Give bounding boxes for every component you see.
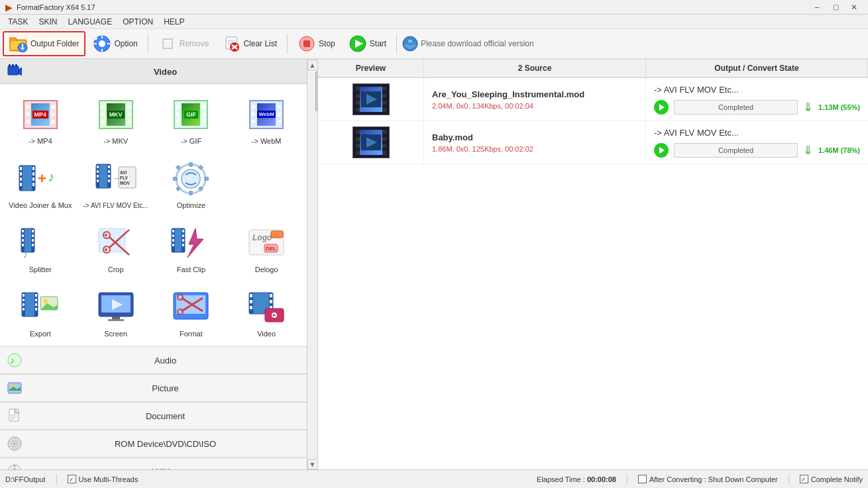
- svg-rect-138: [250, 294, 252, 297]
- titlebar: ▶ FormatFactory X64 5.17 – ▢ ✕: [0, 0, 868, 15]
- video-section-icon: [5, 62, 24, 81]
- menu-option[interactable]: OPTION: [117, 16, 158, 28]
- svg-rect-56: [108, 170, 110, 173]
- close-button[interactable]: ✕: [845, 2, 863, 13]
- format-fastclip[interactable]: Fast Clip: [154, 215, 229, 279]
- svg-rect-66: [189, 162, 193, 167]
- splitter-label: Splitter: [29, 266, 52, 273]
- svg-rect-54: [97, 179, 99, 182]
- format-avi[interactable]: → AVI FLV MOV -> AVI FLV MOV Etc.: [78, 151, 154, 215]
- statusbar: D:\FFOutput Use Multi-Threads Elapsed Ti…: [0, 469, 868, 488]
- file-output-1: -> AVI FLV MOV Etc... Completed ⇓ 1.13M …: [646, 78, 868, 121]
- remove-button[interactable]: Remove: [152, 31, 215, 56]
- option-icon: [93, 34, 111, 53]
- format-splitter[interactable]: ♪ Splitter: [3, 215, 78, 279]
- format-mp4[interactable]: MP4 -> MP4: [3, 87, 78, 151]
- after-converting-checkbox-label[interactable]: After Converting : Shut Down Computer: [638, 475, 778, 483]
- clear-list-button[interactable]: Clear List: [216, 31, 283, 56]
- format-video[interactable]: Video: [229, 279, 304, 344]
- format-crop[interactable]: Crop: [78, 215, 154, 279]
- svg-rect-97: [172, 234, 174, 237]
- format-optimize[interactable]: Optimize: [154, 151, 229, 215]
- play-button-1[interactable]: [654, 100, 669, 115]
- picture-section: Picture: [0, 374, 307, 402]
- svg-text:AVI: AVI: [120, 170, 127, 175]
- menu-help[interactable]: HELP: [158, 16, 190, 28]
- mp4-icon: MP4: [17, 93, 64, 136]
- left-scrollbar[interactable]: ▲ ▼: [307, 60, 317, 469]
- svg-text:MOV: MOV: [120, 181, 130, 185]
- menu-skin[interactable]: SKIN: [33, 16, 62, 28]
- format-export[interactable]: Export: [3, 279, 78, 344]
- scroll-down-arrow[interactable]: ▼: [307, 459, 318, 469]
- rom-section-icon: [5, 434, 24, 453]
- optimize-icon: [167, 157, 215, 200]
- svg-rect-42: [32, 167, 34, 170]
- after-converting-checkbox[interactable]: [638, 475, 647, 483]
- preview-thumbnail-2: [353, 126, 390, 158]
- complete-notify-checkbox[interactable]: [800, 475, 808, 483]
- svg-rect-52: [97, 170, 99, 173]
- delogo-icon: Logo DEL: [243, 221, 290, 264]
- minimize-button[interactable]: –: [808, 2, 826, 13]
- utilities-section-icon: [5, 462, 24, 469]
- svg-rect-34: [15, 64, 17, 67]
- format-joiner[interactable]: + ♪ Video Joiner & Mux: [3, 151, 78, 215]
- menu-task[interactable]: TASK: [3, 16, 33, 28]
- multi-threads-checkbox-label[interactable]: Use Multi-Threads: [68, 475, 138, 483]
- svg-rect-141: [270, 294, 272, 297]
- scroll-thumb[interactable]: [315, 72, 318, 111]
- format-mkv[interactable]: MKV -> MKV: [78, 87, 154, 151]
- picture-section-header[interactable]: Picture: [0, 375, 307, 402]
- file-row: Baby.mod 1.86M, 0x0, 125Kbps, 00:02:02 -…: [318, 121, 868, 164]
- maximize-button[interactable]: ▢: [827, 2, 844, 13]
- multi-threads-checkbox[interactable]: [68, 475, 76, 483]
- audio-section: ♪ Audio: [0, 346, 307, 374]
- scroll-up-arrow[interactable]: ▲: [307, 60, 318, 70]
- play-button-2[interactable]: [654, 143, 669, 158]
- svg-rect-127: [108, 319, 124, 321]
- format-screen[interactable]: Screen: [78, 279, 154, 344]
- utilities-section-header[interactable]: Utilities: [0, 458, 307, 469]
- status-bar-1: Completed: [674, 100, 798, 115]
- svg-rect-45: [32, 183, 34, 186]
- video-icon: [243, 285, 290, 328]
- picture-label: Picture: [29, 383, 301, 393]
- complete-notify-checkbox-label[interactable]: Complete Notify: [800, 475, 863, 483]
- format-format[interactable]: Format: [154, 279, 229, 344]
- video-label: Video: [257, 330, 276, 338]
- format-icon: [167, 285, 215, 328]
- svg-rect-79: [22, 239, 24, 242]
- svg-rect-25: [303, 40, 310, 47]
- svg-rect-16: [172, 38, 173, 49]
- toolbar-separator-2: [287, 34, 288, 54]
- file-size-1: 1.13M (55%): [818, 103, 860, 111]
- format-webm[interactable]: WebM -> WebM: [229, 87, 304, 151]
- audio-section-header[interactable]: ♪ Audio: [0, 347, 307, 374]
- svg-rect-80: [22, 244, 24, 246]
- format-gif[interactable]: GIF -> GIF: [154, 87, 229, 151]
- menu-language[interactable]: LANGUAGE: [62, 16, 117, 28]
- video-grid: MP4 -> MP4: [0, 84, 307, 346]
- svg-rect-8: [101, 36, 103, 38]
- elapsed-time-value: 00:00:08: [587, 475, 616, 483]
- stop-button[interactable]: Stop: [292, 31, 341, 56]
- output-folder-path: D:\FFOutput: [5, 475, 46, 483]
- document-label: Document: [29, 411, 301, 421]
- file-meta-1: 2.04M, 0x0, 134Kbps, 00:02:04: [432, 102, 637, 110]
- document-section-header[interactable]: Document: [0, 403, 307, 430]
- file-meta-2: 1.86M, 0x0, 125Kbps, 00:02:02: [432, 145, 637, 153]
- svg-text:+: +: [38, 170, 46, 187]
- svg-text:DEL: DEL: [266, 246, 276, 252]
- svg-point-7: [99, 40, 105, 47]
- format-delogo[interactable]: Logo DEL Delogo: [229, 215, 304, 279]
- output-folder-button[interactable]: Output Folder: [3, 31, 85, 56]
- elapsed-time-label: Elapsed Time : 00:00:08: [537, 475, 616, 483]
- rom-section-header[interactable]: ROM Device\DVD\CD\ISO: [0, 430, 307, 458]
- complete-notify-label: Complete Notify: [811, 475, 863, 483]
- statusbar-sep-3: [788, 474, 789, 485]
- app-title: FormatFactory X64 5.17: [17, 3, 808, 11]
- option-button[interactable]: Option: [87, 31, 143, 56]
- start-button[interactable]: Start: [343, 31, 392, 56]
- video-section-header[interactable]: Video: [0, 60, 307, 84]
